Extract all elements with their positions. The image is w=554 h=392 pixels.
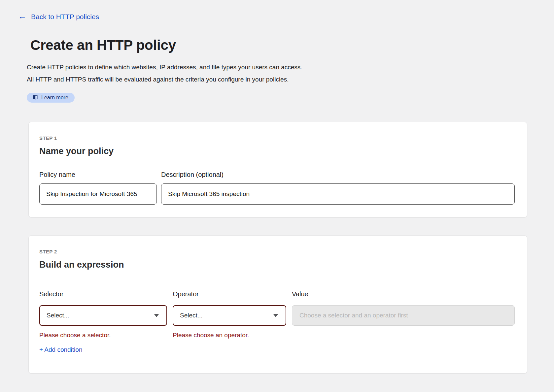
selector-select[interactable]: Select... [39, 305, 167, 326]
back-arrow-icon: ← [18, 12, 26, 20]
value-field: Value [292, 290, 515, 339]
operator-error: Please choose an operator. [173, 332, 286, 339]
operator-label: Operator [173, 290, 286, 298]
step2-heading: Build an expression [39, 260, 515, 270]
step1-card: STEP 1 Name your policy Policy name Desc… [28, 122, 527, 217]
operator-select[interactable]: Select... [173, 305, 286, 326]
step2-card: STEP 2 Build an expression Selector Sele… [28, 235, 527, 374]
selector-label: Selector [39, 290, 167, 298]
policy-name-label: Policy name [39, 171, 157, 179]
page-description-line-2: All HTTP and HTTPS traffic will be evalu… [27, 73, 554, 85]
step1-fields-row: Policy name Description (optional) [39, 171, 515, 205]
selector-error: Please choose a selector. [39, 332, 167, 339]
policy-name-field: Policy name [39, 171, 157, 205]
step1-label: STEP 1 [39, 135, 515, 141]
selector-field: Selector Select... Please choose a selec… [39, 290, 167, 339]
page-description: Create HTTP policies to define which web… [27, 61, 554, 85]
step1-heading: Name your policy [39, 146, 515, 156]
add-condition-link[interactable]: + Add condition [39, 346, 82, 353]
description-field: Description (optional) [161, 171, 515, 205]
expression-builder-row: Selector Select... Please choose a selec… [39, 290, 515, 339]
chevron-down-icon [273, 314, 278, 317]
selector-select-value: Select... [47, 312, 69, 319]
step2-label: STEP 2 [39, 249, 515, 254]
learn-more-button[interactable]: Learn more [27, 93, 75, 103]
chevron-down-icon [154, 314, 159, 317]
page-description-line-1: Create HTTP policies to define which web… [27, 61, 554, 73]
selector-control-slot: Select... [39, 305, 167, 326]
policy-name-input[interactable] [39, 183, 157, 205]
operator-select-value: Select... [180, 312, 203, 319]
value-input [292, 305, 515, 326]
back-to-http-policies-link[interactable]: ← Back to HTTP policies [18, 13, 99, 21]
value-label: Value [292, 290, 515, 298]
operator-field: Operator Select... Please choose an oper… [173, 290, 286, 339]
book-icon [32, 94, 38, 101]
value-control-slot [292, 305, 515, 326]
back-link-label: Back to HTTP policies [31, 13, 99, 21]
page-title: Create an HTTP policy [30, 37, 554, 53]
description-label: Description (optional) [161, 171, 515, 179]
learn-more-label: Learn more [41, 95, 68, 101]
description-input[interactable] [161, 183, 515, 205]
operator-control-slot: Select... [173, 305, 286, 326]
